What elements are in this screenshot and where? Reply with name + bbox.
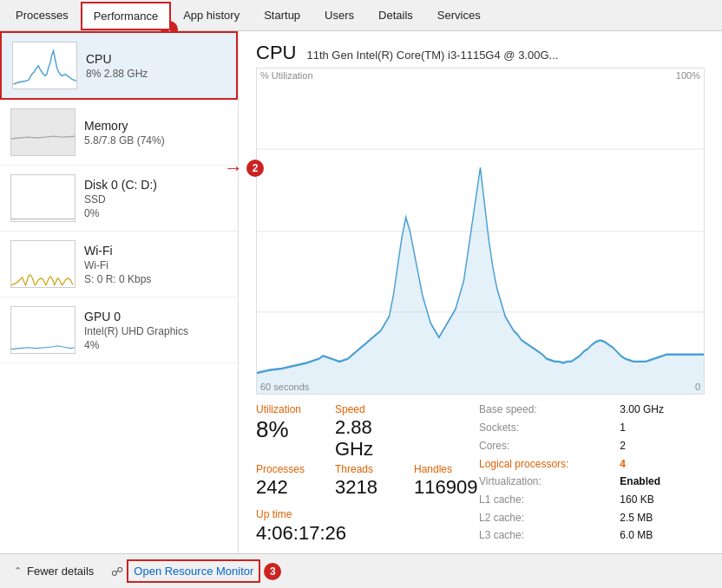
- base-speed-value: 3.00 GHz: [620, 403, 705, 419]
- sidebar-item-memory[interactable]: Memory 5.8/7.8 GB (74%): [0, 100, 238, 166]
- sockets-value: 1: [620, 421, 705, 437]
- wifi-name: Wi-Fi: [84, 244, 227, 258]
- tab-details[interactable]: Details: [366, 2, 425, 29]
- tab-bar: Processes Performance 1 App history Star…: [0, 0, 722, 31]
- wifi-info: Wi-Fi Wi-Fi S: 0 R: 0 Kbps: [84, 244, 227, 285]
- sidebar-item-gpu[interactable]: GPU 0 Intel(R) UHD Graphics 4%: [0, 297, 238, 363]
- sidebar: CPU 8% 2.88 GHz Memory 5.8/7.8 GB (74%): [0, 31, 239, 553]
- l1-value: 160 KB: [620, 493, 705, 509]
- svg-rect-1: [11, 109, 75, 156]
- open-resource-monitor-link[interactable]: Open Resource Monitor: [130, 563, 257, 579]
- l3-value: 6.0 MB: [620, 529, 705, 545]
- disk-thumbnail: [10, 174, 75, 222]
- resource-monitor-icon: ☍: [111, 565, 123, 578]
- gpu-sub2: 4%: [84, 339, 227, 351]
- chart-y-max: 100%: [676, 70, 700, 81]
- logical-label: Logical processors:: [479, 458, 609, 474]
- virt-label: Virtualization:: [479, 475, 609, 491]
- disk-sub1: SSD: [84, 193, 227, 206]
- cpu-info: CPU 8% 2.88 GHz: [86, 52, 226, 80]
- speed-block: Speed 2.88 GHz: [335, 403, 400, 459]
- cpu-chart: % Utilization 100% 60 seconds 0: [256, 68, 705, 395]
- utilization-label: Utilization: [256, 403, 321, 415]
- chart-y-label: % Utilization: [260, 70, 313, 81]
- chart-x-right: 0: [695, 382, 700, 392]
- wifi-sub2: S: 0 R: 0 Kbps: [84, 273, 227, 285]
- cores-label: Cores:: [479, 440, 609, 455]
- disk-info: Disk 0 (C: D:) SSD 0%: [84, 178, 227, 219]
- chevron-up-icon: ⌃: [14, 565, 22, 577]
- tab-processes[interactable]: Processes: [3, 2, 81, 29]
- processes-block: Processes 242: [256, 463, 321, 498]
- handles-value: 116909: [414, 477, 479, 498]
- main-content: CPU 8% 2.88 GHz Memory 5.8/7.8 GB (74%): [0, 31, 722, 553]
- handles-block: Handles 116909: [414, 463, 479, 498]
- base-speed-label: Base speed:: [479, 403, 609, 419]
- tab-app-history[interactable]: App history: [171, 2, 252, 29]
- svg-rect-4: [11, 307, 75, 354]
- fewer-details-button[interactable]: ⌃ Fewer details: [14, 565, 94, 578]
- uptime-block: Up time 4:06:17:26: [256, 508, 479, 545]
- logical-value: 4: [620, 458, 705, 474]
- chart-x-left: 60 seconds: [260, 382, 309, 392]
- cpu-sub: 8% 2.88 GHz: [86, 68, 226, 80]
- uptime-value: 4:06:17:26: [256, 522, 479, 545]
- l3-label: L3 cache:: [479, 529, 609, 545]
- memory-name: Memory: [84, 119, 227, 133]
- uptime-label: Up time: [256, 508, 479, 520]
- sidebar-item-disk[interactable]: Disk 0 (C: D:) SSD 0%: [0, 166, 238, 232]
- processes-label: Processes: [256, 463, 321, 475]
- gpu-info: GPU 0 Intel(R) UHD Graphics 4%: [84, 310, 227, 351]
- stats-left: Utilization 8% Speed 2.88 GHz Processes …: [256, 403, 479, 545]
- gpu-sub1: Intel(R) UHD Graphics: [84, 325, 227, 337]
- sockets-label: Sockets:: [479, 421, 609, 437]
- utilization-block: Utilization 8%: [256, 403, 321, 459]
- right-subtitle: 11th Gen Intel(R) Core(TM) i3-1115G4 @ 3…: [306, 49, 558, 62]
- cores-value: 2: [620, 440, 705, 455]
- memory-thumbnail: [10, 108, 75, 156]
- badge-3: 3: [264, 563, 281, 580]
- speed-label: Speed: [335, 403, 400, 415]
- sidebar-item-cpu[interactable]: CPU 8% 2.88 GHz: [0, 31, 238, 100]
- open-resource-monitor-label: Open Resource Monitor: [134, 565, 253, 578]
- badge-2: 2: [246, 160, 264, 177]
- svg-rect-2: [11, 175, 75, 222]
- right-header: CPU 11th Gen Intel(R) Core(TM) i3-1115G4…: [239, 31, 722, 68]
- tab-performance[interactable]: Performance: [81, 2, 171, 30]
- bottom-bar: ⌃ Fewer details ☍ Open Resource Monitor …: [0, 553, 722, 588]
- gpu-thumbnail: [10, 306, 75, 354]
- handles-label: Handles: [414, 463, 479, 475]
- stats-area: Utilization 8% Speed 2.88 GHz Processes …: [239, 395, 722, 553]
- resource-monitor-section: ☍ Open Resource Monitor 3: [111, 563, 281, 580]
- tab-services[interactable]: Services: [425, 2, 493, 29]
- tab-users[interactable]: Users: [312, 2, 366, 29]
- right-panel: CPU 11th Gen Intel(R) Core(TM) i3-1115G4…: [239, 31, 722, 553]
- badge-2-container: → 2: [224, 157, 264, 180]
- threads-block: Threads 3218: [335, 463, 400, 498]
- virt-value: Enabled: [620, 475, 705, 491]
- utilization-value: 8%: [256, 417, 321, 442]
- threads-label: Threads: [335, 463, 400, 475]
- l1-label: L1 cache:: [479, 493, 609, 509]
- tab-startup[interactable]: Startup: [252, 2, 312, 29]
- l2-value: 2.5 MB: [620, 512, 705, 527]
- processes-value: 242: [256, 477, 321, 498]
- threads-value: 3218: [335, 477, 400, 498]
- memory-sub: 5.8/7.8 GB (74%): [84, 134, 227, 147]
- wifi-sub1: Wi-Fi: [84, 259, 227, 271]
- sidebar-item-wifi[interactable]: Wi-Fi Wi-Fi S: 0 R: 0 Kbps: [0, 232, 238, 297]
- memory-info: Memory 5.8/7.8 GB (74%): [84, 119, 227, 147]
- wifi-thumbnail: [10, 240, 75, 288]
- right-title: CPU: [256, 42, 296, 64]
- cpu-thumbnail: [12, 42, 77, 89]
- speed-value: 2.88 GHz: [335, 417, 400, 459]
- disk-name: Disk 0 (C: D:): [84, 178, 227, 192]
- disk-sub2: 0%: [84, 207, 227, 219]
- specs-grid: Base speed: 3.00 GHz Sockets: 1 Cores: 2…: [479, 403, 705, 545]
- cpu-name: CPU: [86, 52, 226, 66]
- gpu-name: GPU 0: [84, 310, 227, 323]
- l2-label: L2 cache:: [479, 512, 609, 527]
- fewer-details-label: Fewer details: [27, 565, 94, 578]
